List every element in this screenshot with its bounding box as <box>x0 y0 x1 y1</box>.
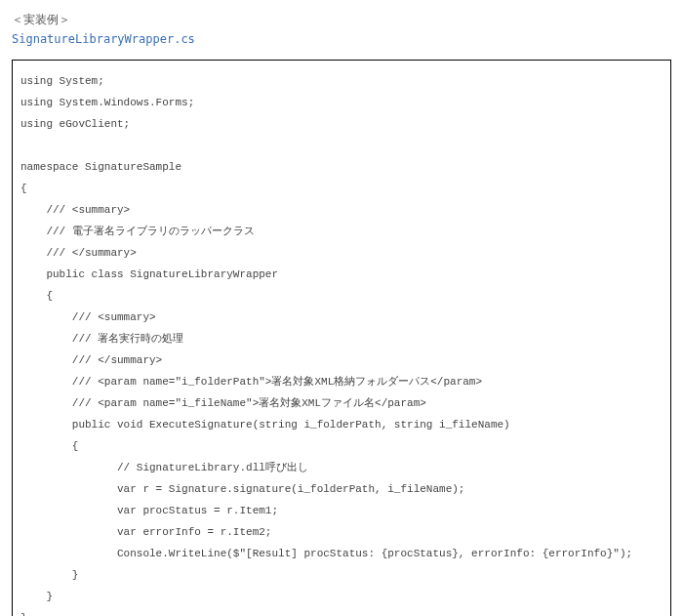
filename-label: SignatureLibraryWrapper.cs <box>12 32 671 46</box>
section-title: ＜実装例＞ <box>12 12 671 28</box>
code-block: using System; using System.Windows.Forms… <box>12 60 671 616</box>
